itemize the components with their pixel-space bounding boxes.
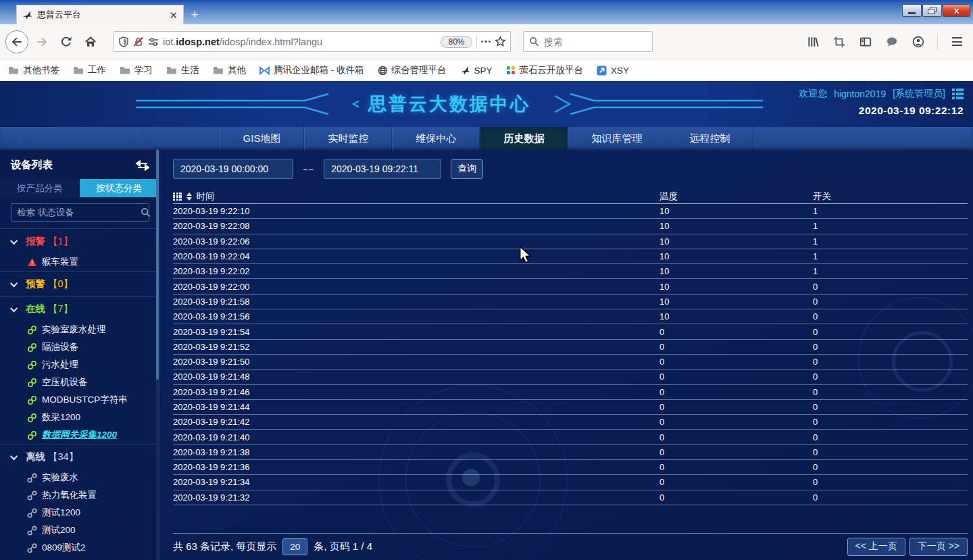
- nav-tab-active[interactable]: 历史数据: [480, 127, 568, 150]
- cell-switch: 0: [813, 372, 968, 382]
- home-button[interactable]: [80, 31, 101, 53]
- pocket-bubble-icon[interactable]: [881, 31, 903, 53]
- nav-tab[interactable]: 实时监控: [304, 127, 392, 150]
- library-icon[interactable]: [802, 31, 824, 53]
- table-row[interactable]: 2020-03-19 9:21:44 0 0: [173, 400, 968, 415]
- query-button[interactable]: 查询: [451, 159, 483, 179]
- nav-tab[interactable]: 维保中心: [392, 127, 480, 150]
- columns-grid-icon[interactable]: [173, 193, 182, 201]
- bookmark-star-icon[interactable]: [495, 36, 506, 47]
- device-search-box[interactable]: [11, 203, 149, 222]
- table-row[interactable]: 2020-03-19 9:21:56 10 0: [173, 309, 968, 324]
- table-row[interactable]: 2020-03-19 9:21:50 0 0: [173, 355, 968, 370]
- new-tab-button[interactable]: +: [184, 5, 205, 24]
- menu-hamburger-icon[interactable]: [946, 31, 968, 53]
- device-item[interactable]: 实验室废水处理: [0, 321, 159, 338]
- table-row[interactable]: 2020-03-19 9:21:34 0 0: [173, 475, 968, 490]
- back-button[interactable]: [5, 30, 28, 53]
- insecure-lock-icon[interactable]: [133, 36, 144, 47]
- table-row[interactable]: 2020-03-19 9:21:54 0 0: [173, 324, 968, 339]
- window-minimize-button[interactable]: [902, 4, 922, 17]
- table-row[interactable]: 2020-03-19 9:22:02 10 1: [173, 264, 968, 279]
- table-row[interactable]: 2020-03-19 9:21:38 0 0: [173, 445, 968, 460]
- device-search-input[interactable]: [17, 207, 136, 218]
- sidebar-category-tab[interactable]: 按产品分类: [0, 179, 80, 197]
- table-row[interactable]: 2020-03-19 9:21:52 0 0: [173, 340, 968, 355]
- zoom-level-badge[interactable]: 80%: [441, 36, 472, 48]
- screenshot-crop-icon[interactable]: [828, 31, 850, 53]
- bookmark-item[interactable]: SPY: [460, 66, 493, 76]
- table-row[interactable]: 2020-03-19 9:22:00 10 0: [173, 279, 968, 294]
- table-row[interactable]: 2020-03-19 9:22:04 10 1: [173, 249, 968, 264]
- collapse-swap-icon[interactable]: [136, 160, 149, 171]
- table-row[interactable]: 2020-03-19 9:21:32 0 0: [173, 490, 968, 505]
- browser-search-box[interactable]: [523, 31, 653, 52]
- browser-search-input[interactable]: [544, 36, 625, 47]
- reload-button[interactable]: [55, 31, 77, 53]
- sidebar-toggle-icon[interactable]: [855, 31, 876, 53]
- device-item[interactable]: 实验废水: [0, 469, 159, 486]
- sidebar-scrollbar[interactable]: [156, 150, 159, 560]
- sidebar-category-tab[interactable]: 按状态分类: [80, 179, 159, 197]
- bookmark-item[interactable]: 工作: [73, 64, 106, 76]
- prev-page-button[interactable]: << 上一页: [847, 538, 905, 556]
- forward-button[interactable]: [31, 31, 53, 53]
- nav-tab[interactable]: 知识库管理: [568, 127, 666, 150]
- device-item[interactable]: 隔油设备: [0, 338, 159, 356]
- browser-tab[interactable]: 思普云平台 ✕: [16, 5, 184, 24]
- table-row[interactable]: 2020-03-19 9:22:06 10 1: [173, 234, 968, 249]
- nav-tab[interactable]: GIS地图: [220, 127, 305, 150]
- url-text[interactable]: iot.idosp.net/idosp/index.html?langu: [163, 36, 436, 47]
- column-header-time[interactable]: 时间: [173, 190, 659, 203]
- table-row[interactable]: 2020-03-19 9:22:10 10 1: [173, 204, 968, 219]
- menu-list-icon[interactable]: [952, 88, 964, 99]
- device-item[interactable]: 空压机设备: [0, 374, 159, 391]
- bookmark-item[interactable]: 萤石云开放平台: [506, 64, 584, 76]
- device-item[interactable]: 数据网关采集1200: [0, 426, 159, 444]
- device-group-header[interactable]: 离线 【34】: [0, 444, 159, 469]
- cell-switch: 0: [813, 327, 968, 337]
- sort-icon[interactable]: [186, 193, 192, 201]
- permissions-icon[interactable]: [148, 36, 159, 47]
- window-restore-button[interactable]: [922, 4, 942, 17]
- device-item[interactable]: 测试1200: [0, 504, 159, 521]
- bookmark-item[interactable]: 其他: [213, 64, 246, 76]
- device-item[interactable]: 0809测试: [0, 557, 159, 560]
- next-page-button[interactable]: 下一页 >>: [909, 538, 968, 556]
- table-row[interactable]: 2020-03-19 9:22:08 10 1: [173, 219, 968, 234]
- bookmark-item[interactable]: 生活: [166, 64, 199, 76]
- table-row[interactable]: 2020-03-19 9:21:58 10 0: [173, 295, 968, 309]
- table-row[interactable]: 2020-03-19 9:21:36 0 0: [173, 460, 968, 475]
- end-datetime-input[interactable]: [324, 159, 441, 179]
- bookmark-item[interactable]: 综合管理平台: [378, 64, 447, 76]
- xsy-icon: [597, 66, 607, 76]
- device-group-header[interactable]: 报警 【1】: [0, 229, 159, 253]
- window-close-button[interactable]: x: [943, 4, 970, 17]
- account-icon[interactable]: [907, 31, 929, 53]
- device-item[interactable]: 猴车装置: [0, 253, 159, 271]
- username[interactable]: hignton2019: [834, 88, 886, 99]
- table-row[interactable]: 2020-03-19 9:21:48 0 0: [173, 370, 968, 384]
- table-row[interactable]: 2020-03-19 9:21:46 0 0: [173, 385, 968, 400]
- device-item[interactable]: 热力氧化装置: [0, 486, 159, 504]
- start-datetime-input[interactable]: [173, 159, 293, 179]
- url-bar[interactable]: iot.idosp.net/idosp/index.html?langu 80%: [114, 31, 511, 52]
- device-item[interactable]: 测试200: [0, 521, 159, 539]
- bookmark-item[interactable]: 学习: [120, 64, 153, 76]
- bookmark-item[interactable]: 其他书签: [8, 64, 59, 76]
- device-item[interactable]: 污水处理: [0, 356, 159, 374]
- device-group-header[interactable]: 预警 【0】: [0, 272, 159, 296]
- tab-close-icon[interactable]: ✕: [169, 10, 178, 20]
- table-row[interactable]: 2020-03-19 9:21:42 0 0: [173, 415, 968, 430]
- bookmark-item[interactable]: XSY: [597, 66, 629, 76]
- nav-tab[interactable]: 远程控制: [666, 127, 753, 150]
- device-item[interactable]: 数采1200: [0, 409, 159, 426]
- table-row[interactable]: 2020-03-19 9:21:40 0 0: [173, 430, 968, 444]
- page-size-input[interactable]: 20: [282, 538, 307, 555]
- bookmark-item[interactable]: 腾讯企业邮箱 - 收件箱: [259, 64, 364, 76]
- device-group-header[interactable]: 在线 【7】: [0, 297, 159, 321]
- page-actions-icon[interactable]: [481, 41, 491, 43]
- device-item[interactable]: MODBUSTCP字符串: [0, 391, 159, 409]
- tracking-shield-icon[interactable]: [118, 36, 129, 47]
- device-item[interactable]: 0809测试2: [0, 539, 159, 557]
